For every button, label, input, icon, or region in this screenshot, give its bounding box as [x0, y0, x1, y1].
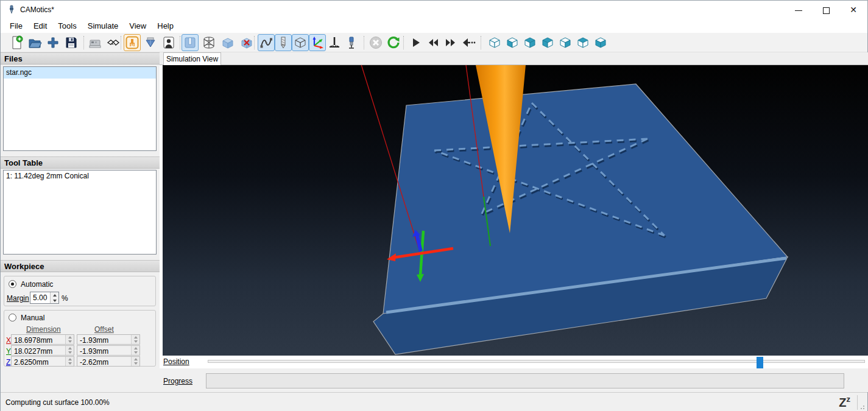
show-axes-button[interactable]	[309, 34, 326, 51]
user-button[interactable]	[160, 34, 177, 51]
toolbar	[1, 33, 867, 52]
x-offset-value: -1.93mm	[77, 335, 131, 344]
show-wireframe-button[interactable]	[200, 34, 217, 51]
status-message: Computing cut surface 100.00%	[5, 398, 110, 407]
toolbar-separator	[364, 36, 364, 49]
x-axis-label: X	[6, 336, 11, 345]
menu-bar: File Edit Tools Simulate View Help	[1, 19, 867, 33]
maximize-button[interactable]	[812, 1, 840, 19]
reload-button[interactable]	[385, 34, 402, 51]
open-project-button[interactable]	[26, 34, 43, 51]
app-icon	[7, 5, 16, 15]
z-offset-value: -2.62mm	[77, 357, 131, 366]
resize-grip[interactable]	[863, 408, 864, 409]
workpiece-header: Workpiece	[1, 260, 160, 272]
rewind-button[interactable]	[425, 34, 442, 51]
step-back-button[interactable]	[460, 34, 477, 51]
margin-label: Margin	[7, 294, 29, 303]
y-dimension-value: 18.0227mm	[12, 346, 65, 355]
new-project-button[interactable]	[8, 34, 25, 51]
show-workpiece-button[interactable]	[219, 34, 236, 51]
z-axis-label: Z	[6, 358, 10, 367]
z-offset-spinbox[interactable]: -2.62mm	[77, 356, 140, 367]
menu-tools[interactable]: Tools	[52, 19, 82, 32]
tab-bar: Simulation View	[160, 52, 868, 65]
view-back-button[interactable]	[521, 34, 538, 51]
view-right-button[interactable]	[557, 34, 574, 51]
progress-strip: Progress	[160, 368, 868, 392]
margin-unit: %	[62, 294, 68, 303]
machine-button[interactable]	[124, 34, 141, 51]
app-window: CAMotics* ✕ File Edit Tools Simulate Vie…	[0, 0, 868, 411]
view-front-button[interactable]	[504, 34, 521, 51]
progress-label: Progress	[163, 377, 192, 385]
view-left-button[interactable]	[539, 34, 556, 51]
dimension-column-header: Dimension	[26, 325, 61, 334]
status-separator	[857, 395, 858, 410]
view-top-button[interactable]	[574, 34, 591, 51]
offset-column-header: Offset	[94, 325, 114, 334]
manual-radio[interactable]	[9, 314, 16, 321]
tool-item-conical[interactable]: 1: 11.42deg 2mm Conical	[4, 170, 156, 182]
files-list[interactable]: star.ngc	[3, 66, 157, 151]
toolbar-separator	[254, 36, 255, 49]
connect-button[interactable]	[105, 34, 122, 51]
x-dimension-spinbox[interactable]: 18.6978mm	[11, 334, 74, 345]
tab-simulation-view[interactable]: Simulation View	[163, 52, 221, 65]
minimize-button[interactable]	[785, 1, 813, 19]
y-axis-label: Y	[6, 347, 11, 356]
hide-workpiece-button[interactable]	[238, 34, 255, 51]
simulation-3d-view[interactable]	[163, 65, 868, 356]
probe-button[interactable]	[343, 34, 360, 51]
close-button[interactable]: ✕	[839, 1, 867, 19]
files-header: Files	[1, 52, 160, 65]
menu-simulate[interactable]: Simulate	[82, 19, 124, 32]
tool-table-header: Tool Table	[1, 156, 160, 169]
file-item-star-ngc[interactable]: star.ngc	[4, 67, 156, 79]
margin-spin-down[interactable]	[51, 298, 58, 303]
menu-edit[interactable]: Edit	[28, 19, 52, 32]
show-toolpath-button[interactable]	[258, 34, 275, 51]
x-dimension-value: 18.6978mm	[12, 335, 65, 344]
save-project-button[interactable]	[63, 34, 80, 51]
toolbar-separator	[180, 36, 180, 49]
toolbar-separator	[121, 36, 121, 49]
view-isometric-button[interactable]	[486, 34, 503, 51]
fast-forward-button[interactable]	[442, 34, 459, 51]
menu-view[interactable]: View	[124, 19, 152, 32]
workpiece-manual-group: Manual Dimension Offset X 18.6978mm -1.9…	[4, 310, 156, 367]
position-label: Position	[163, 357, 189, 366]
menu-file[interactable]: File	[4, 19, 28, 32]
z-dimension-spinbox[interactable]: 2.6250mm	[11, 356, 74, 367]
position-slider[interactable]	[208, 360, 865, 363]
tool-table-list[interactable]: 1: 11.42deg 2mm Conical	[3, 170, 157, 255]
automatic-radio[interactable]	[9, 280, 16, 288]
status-bar: Computing cut surface 100.00% Zz	[1, 392, 867, 411]
menu-help[interactable]: Help	[152, 19, 179, 32]
x-offset-spinbox[interactable]: -1.93mm	[77, 334, 140, 345]
add-file-button[interactable]	[44, 34, 62, 51]
play-button[interactable]	[407, 34, 424, 51]
show-cut-surface-button[interactable]	[182, 34, 199, 51]
workpiece-automatic-group: Automatic Margin 5.00 %	[4, 276, 156, 306]
y-offset-value: -1.93mm	[77, 346, 131, 355]
toolbar-separator	[83, 36, 84, 49]
show-bounds-button[interactable]	[292, 34, 309, 51]
margin-spin-up[interactable]	[51, 292, 58, 298]
manual-label: Manual	[21, 314, 44, 322]
show-tool-button[interactable]	[275, 34, 292, 51]
toolbar-separator	[403, 36, 404, 49]
stop-button	[367, 34, 384, 51]
toolbar-separator	[481, 36, 481, 49]
export-button[interactable]	[86, 34, 104, 51]
left-panel: Files star.ngc Tool Table 1: 11.42deg 2m…	[1, 52, 160, 392]
margin-spinbox[interactable]: 5.00	[30, 292, 59, 304]
view-bottom-button[interactable]	[592, 34, 609, 51]
cutter-button[interactable]	[142, 34, 159, 51]
tool-position-button[interactable]	[326, 34, 343, 51]
progress-bar	[206, 373, 844, 388]
y-dimension-spinbox[interactable]: 18.0227mm	[11, 345, 74, 356]
y-offset-spinbox[interactable]: -1.93mm	[77, 345, 140, 356]
margin-value: 5.00	[30, 292, 50, 303]
title-bar: CAMotics* ✕	[1, 1, 867, 19]
